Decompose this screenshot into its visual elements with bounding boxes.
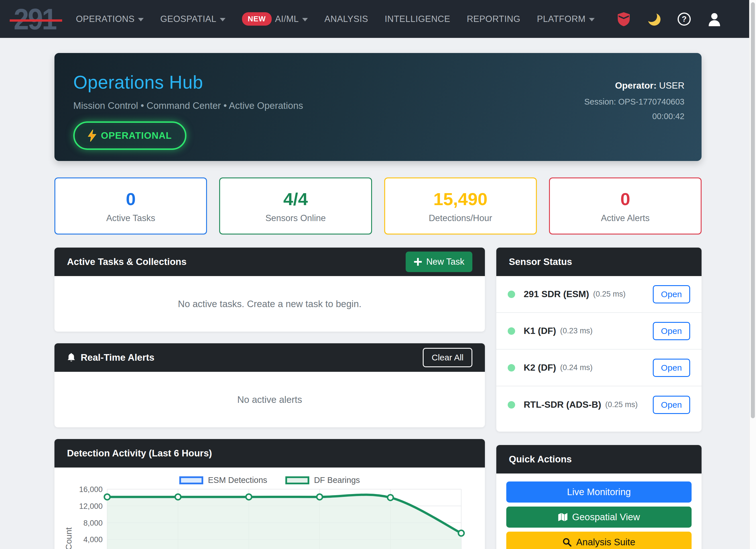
tasks-empty-state: No active tasks. Create a new task to be… [54, 276, 485, 331]
nav-label: PLATFORM [537, 14, 586, 24]
stat-value: 4/4 [283, 189, 308, 209]
sensor-row-k1: K1 (DF) (0.23 ms) Open [496, 313, 702, 349]
sensor-name: K1 (DF) [524, 326, 556, 336]
legend-item-esm-detections[interactable]: ESM Detections [179, 475, 267, 485]
legend-swatch-esm [179, 476, 203, 484]
stat-card-active-tasks: 0 Active Tasks [54, 178, 207, 235]
chart-legend: ESM Detections DF Bearings [54, 475, 485, 485]
button-label: Live Monitoring [567, 487, 631, 497]
stats-row: 0 Active Tasks 4/4 Sensors Online 15,490… [54, 178, 702, 235]
map-icon [558, 513, 568, 522]
new-task-label: New Task [426, 257, 464, 267]
panel-title: Detection Activity (Last 6 Hours) [67, 448, 212, 459]
operator-value: USER [659, 80, 684, 91]
svg-text:12,000: 12,000 [79, 502, 103, 511]
detection-activity-panel: Detection Activity (Last 6 Hours) 16,000… [54, 439, 485, 549]
chevron-down-icon [138, 18, 144, 21]
svg-text:4,000: 4,000 [83, 535, 103, 544]
svg-text:8,000: 8,000 [83, 519, 103, 527]
lightning-bolt-icon [88, 130, 96, 142]
sensor-row-rtl-sdr: RTL-SDR (ADS-B) (0.25 ms) Open [496, 386, 702, 423]
user-icon[interactable] [707, 12, 722, 27]
sensor-row-291-sdr: 291 SDR (ESM) (0.25 ms) Open [496, 276, 702, 313]
detection-activity-chart: 16,00012,0008,0004,000Count ESM Detectio… [54, 467, 485, 549]
sensor-latency: (0.23 ms) [560, 326, 593, 335]
button-label: Analysis Suite [576, 537, 635, 548]
status-badge-label: OPERATIONAL [101, 130, 172, 141]
nav-item-operations[interactable]: OPERATIONS [76, 14, 144, 24]
chevron-down-icon [589, 18, 595, 21]
panel-header: Real-Time Alerts Clear All [54, 343, 485, 372]
clear-all-button[interactable]: Clear All [423, 348, 472, 367]
chevron-down-icon [220, 18, 225, 21]
stat-card-detections-hour: 15,490 Detections/Hour [384, 178, 537, 235]
stat-card-sensors-online: 4/4 Sensors Online [219, 178, 372, 235]
panel-title: Active Tasks & Collections [67, 257, 186, 267]
open-sensor-button[interactable]: Open [653, 359, 690, 377]
nav-item-geospatial[interactable]: GEOSPATIAL [160, 14, 225, 24]
button-label: Geospatial View [572, 512, 640, 522]
panel-header: Sensor Status [496, 248, 702, 276]
nav-label: GEOSPATIAL [160, 14, 216, 24]
scrollbar-thumb[interactable] [751, 2, 755, 418]
navbar: 291 OPERATIONS GEOSPATIAL NEW AI/ML ANAL… [0, 0, 756, 38]
operator-line: Operator: USER [584, 80, 684, 91]
hero-banner: Operations Hub Mission Control • Command… [54, 53, 702, 161]
new-task-button[interactable]: New Task [406, 252, 472, 272]
panel-title: Quick Actions [509, 454, 572, 465]
nav-label: OPERATIONS [76, 14, 135, 24]
stat-value: 0 [620, 189, 630, 209]
moon-icon[interactable] [647, 12, 661, 27]
stat-value: 0 [126, 189, 135, 209]
sensor-row-k2: K2 (DF) (0.24 ms) Open [496, 349, 702, 386]
quick-actions-list: Live Monitoring Geospatial View [496, 473, 702, 549]
page-scrollbar[interactable] [749, 0, 756, 549]
nav-item-reporting[interactable]: REPORTING [467, 14, 520, 24]
open-sensor-button[interactable]: Open [653, 285, 690, 303]
logo-strike-line [10, 19, 62, 22]
geospatial-view-button[interactable]: Geospatial View [506, 507, 692, 528]
active-tasks-panel: Active Tasks & Collections New Task No a… [54, 248, 485, 331]
stat-label: Detections/Hour [429, 213, 492, 223]
sensor-name: RTL-SDR (ADS-B) [524, 399, 601, 410]
search-icon [562, 538, 572, 547]
sensor-latency: (0.25 ms) [593, 290, 625, 298]
status-dot-online [508, 364, 515, 371]
legend-label: DF Bearings [314, 475, 360, 485]
open-sensor-button[interactable]: Open [653, 322, 690, 340]
nav-icon-group: ? [616, 12, 722, 27]
open-sensor-button[interactable]: Open [653, 396, 690, 414]
stat-card-active-alerts: 0 Active Alerts [549, 178, 702, 235]
sensor-name: 291 SDR (ESM) [524, 289, 589, 299]
analysis-suite-button[interactable]: Analysis Suite [506, 532, 692, 549]
panel-header: Active Tasks & Collections New Task [54, 248, 485, 276]
sensor-name: K2 (DF) [524, 362, 556, 373]
nav-label: INTELLIGENCE [385, 14, 450, 24]
operator-label: Operator: [615, 80, 657, 91]
legend-swatch-df [285, 476, 309, 484]
stat-label: Sensors Online [265, 213, 326, 223]
status-dot-online [508, 290, 515, 298]
nav-item-analysis[interactable]: ANALYSIS [324, 14, 368, 24]
help-icon[interactable]: ? [677, 12, 692, 27]
nav-label: AI/ML [275, 14, 299, 24]
legend-item-df-bearings[interactable]: DF Bearings [285, 475, 360, 485]
status-badge: OPERATIONAL [73, 121, 186, 150]
shield-icon[interactable] [616, 12, 631, 27]
sensor-latency: (0.24 ms) [560, 363, 593, 372]
new-badge: NEW [242, 12, 272, 26]
question-mark: ? [678, 13, 691, 26]
logo-text: 291 [14, 2, 56, 36]
nav-item-intelligence[interactable]: INTELLIGENCE [385, 14, 450, 24]
nav-item-aiml[interactable]: NEW AI/ML [242, 12, 308, 26]
panel-header: Detection Activity (Last 6 Hours) [54, 439, 485, 467]
legend-label: ESM Detections [208, 475, 267, 485]
nav-label: REPORTING [467, 14, 520, 24]
session-id: Session: OPS-1770740603 [584, 97, 684, 107]
app-logo[interactable]: 291 [14, 3, 56, 35]
plus-icon [414, 258, 422, 266]
nav-item-platform[interactable]: PLATFORM [537, 14, 595, 24]
live-monitoring-button[interactable]: Live Monitoring [506, 481, 692, 503]
stat-label: Active Alerts [601, 213, 650, 223]
session-info: Operator: USER Session: OPS-1770740603 0… [584, 80, 684, 121]
